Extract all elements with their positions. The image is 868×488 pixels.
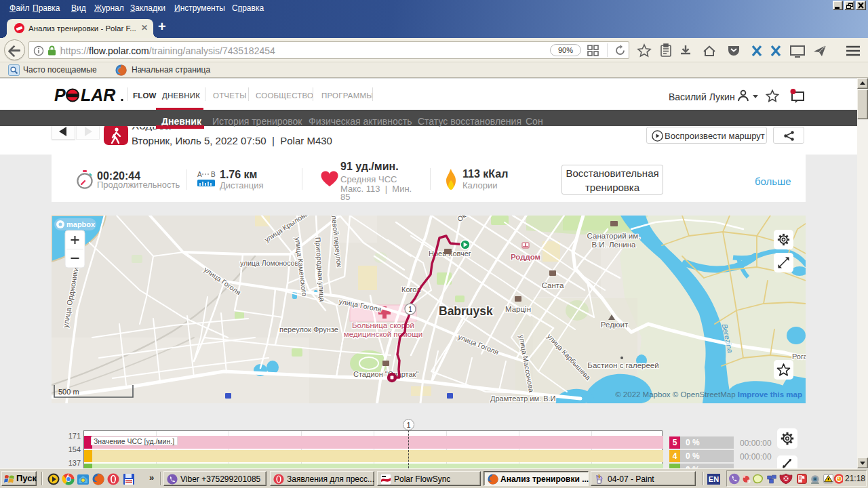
svg-text:В: В — [211, 171, 216, 178]
svg-text:медицинской помощи: медицинской помощи — [344, 330, 422, 338]
svg-text:Бастион с галереей: Бастион с галереей — [587, 361, 658, 369]
svg-text:LAR: LAR — [81, 88, 115, 103]
svg-text:А: А — [197, 171, 202, 178]
svg-text:1: 1 — [408, 306, 412, 313]
svg-text:улица Ломоносова: улица Ломоносова — [240, 259, 302, 267]
svg-text:Драмтеатр им. В.И: Драмтеатр им. В.И — [490, 394, 556, 403]
svg-text:В.И. Ленина: В.И. Ленина — [592, 241, 637, 249]
svg-text:500 m: 500 m — [58, 388, 79, 396]
svg-text:Рога: Рога — [792, 352, 806, 361]
svg-text:P: P — [54, 88, 66, 103]
svg-text:Роддом: Роддом — [511, 253, 540, 261]
svg-text:Санаторий им.: Санаторий им. — [587, 232, 641, 240]
svg-text:Санта: Санта — [542, 281, 564, 289]
svg-text:Babruysk: Babruysk — [439, 304, 493, 318]
svg-text:mapbox: mapbox — [66, 220, 96, 228]
svg-text:© 2022 Mapbox © OpenStreetMap: © 2022 Mapbox © OpenStreetMap Improve th… — [615, 390, 802, 399]
svg-text:переулок Фрунзе: переулок Фрунзе — [279, 325, 338, 333]
svg-text:Стадион "Спартак": Стадион "Спартак" — [353, 370, 418, 378]
svg-text:Редюит: Редюит — [601, 321, 629, 329]
svg-text:Марцін: Марцін — [505, 305, 531, 313]
